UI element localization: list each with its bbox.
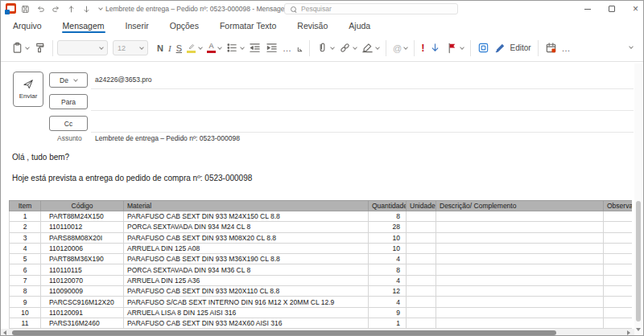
indent-icon [266, 42, 278, 54]
order-table: Item Código Material Quantidade Unidade … [9, 200, 632, 329]
tab-formatar-texto[interactable]: Formatar Texto [219, 17, 277, 35]
to-field[interactable] [91, 110, 634, 111]
format-painter-button[interactable] [31, 39, 48, 58]
cell-material: PARAFUSO CAB SEXT DIN 933 M24X60 AISI 31… [124, 318, 369, 328]
search-input[interactable]: Pesquisar [284, 3, 458, 14]
decrease-indent-button[interactable] [246, 39, 263, 58]
save-button[interactable] [19, 2, 31, 15]
tab-ajuda[interactable]: Ajuda [348, 17, 371, 35]
cell-item: 11 [10, 318, 41, 328]
cc-button[interactable]: Cc [49, 116, 88, 131]
font-color-button[interactable]: A [204, 39, 224, 58]
bullets-button[interactable] [224, 39, 246, 58]
cell-quantidade: 10 [369, 243, 407, 253]
redo-button[interactable] [49, 2, 62, 15]
outdent-icon [249, 42, 261, 54]
high-importance-button[interactable]: ! [419, 39, 427, 58]
flag-icon [446, 42, 458, 54]
low-importance-button[interactable] [427, 39, 444, 58]
more-commands-button[interactable]: … [559, 39, 574, 58]
cell-material: ARRUELA LISA 8 DIN 125 AISI 316 [124, 307, 369, 318]
more-formatting-button[interactable]: … [280, 39, 295, 58]
cell-observacoes [604, 254, 633, 264]
vertical-scrollbar-thumb[interactable] [636, 201, 641, 322]
paragraph-dialog-launcher[interactable] [295, 39, 305, 59]
scroll-left-icon[interactable] [3, 330, 6, 335]
underline-button[interactable]: S [174, 39, 184, 58]
header-item: Item [10, 201, 41, 211]
outlook-app-icon[interactable] [6, 3, 16, 14]
link-icon [339, 42, 351, 54]
cell-item: 6 [10, 264, 41, 275]
font-name-select[interactable] [57, 40, 108, 55]
editor-button[interactable]: Editor [492, 39, 533, 58]
minimize-button[interactable] [576, 1, 599, 17]
chevron-down-icon [460, 45, 465, 50]
tab-inserir[interactable]: Inserir [125, 17, 150, 35]
table-row: 3PARS88M08X20IPARAFUSO CAB SEXT DIN 933 … [10, 232, 633, 243]
cell-quantidade: 4 [369, 297, 407, 307]
move-down-button[interactable] [80, 2, 93, 15]
cell-codigo: 110120006 [41, 243, 124, 253]
vertical-scrollbar[interactable] [634, 64, 642, 335]
follow-up-flag-button[interactable] [444, 39, 466, 58]
from-button[interactable]: De [49, 72, 88, 88]
tab-mensagem[interactable]: Mensagem [62, 17, 105, 35]
table-row: 9PARCSC916M12X20PARAFUSO S/CAB SEXT INTE… [10, 297, 633, 307]
font-color-bar [207, 51, 216, 53]
customize-qat-button[interactable] [93, 2, 105, 15]
cell-unidade [407, 211, 436, 222]
subject-field[interactable]: Lembrete de entrega – Pedido nº: 0523-00… [95, 134, 240, 142]
mention-button[interactable]: @ [390, 39, 410, 58]
cell-unidade [407, 243, 436, 253]
tab-revisao[interactable]: Revisão [296, 17, 328, 35]
scroll-right-icon[interactable] [627, 330, 630, 335]
horizontal-scrollbar-thumb[interactable] [12, 330, 556, 335]
cell-unidade [407, 286, 436, 297]
tab-arquivo[interactable]: Arquivo [12, 17, 43, 35]
chevron-down-icon [198, 45, 203, 50]
collapse-ribbon-button[interactable] [625, 38, 635, 57]
cell-codigo: 110120070 [41, 275, 124, 285]
close-icon: × [633, 4, 638, 14]
paste-button[interactable] [9, 39, 31, 58]
cell-quantidade: 4 [369, 254, 407, 264]
chevron-down-icon [25, 45, 30, 50]
font-size-value: 12 [118, 44, 126, 52]
dialog-launcher-icon [297, 47, 303, 52]
scheduling-poll-button[interactable] [543, 39, 559, 58]
text-highlight-button[interactable] [184, 39, 204, 58]
font-size-select[interactable]: 12 [113, 40, 148, 55]
cell-quantidade: 9 [369, 307, 407, 318]
bold-button[interactable]: N [155, 39, 166, 58]
header-observacoes: Observações [604, 201, 633, 211]
horizontal-scrollbar[interactable] [1, 329, 634, 336]
cell-observacoes [604, 286, 633, 297]
undo-button[interactable] [34, 2, 47, 15]
loop-components-button[interactable] [475, 39, 492, 58]
maximize-button[interactable] [600, 1, 623, 17]
highlighter-icon [187, 43, 196, 50]
clipboard-icon [11, 42, 23, 54]
from-field[interactable] [91, 88, 634, 89]
scroll-down-icon[interactable] [636, 328, 641, 331]
cell-quantidade: 4 [369, 275, 407, 285]
to-button[interactable]: Para [49, 94, 88, 109]
italic-button[interactable]: I [166, 39, 174, 58]
cell-unidade [407, 307, 436, 318]
signature-button[interactable] [359, 39, 382, 58]
tab-opcoes[interactable]: Opções [169, 17, 200, 35]
attach-file-button[interactable] [314, 39, 336, 58]
cc-field[interactable] [91, 132, 634, 133]
send-button[interactable]: Enviar [13, 72, 43, 107]
increase-indent-button[interactable] [263, 39, 280, 58]
cell-material: PARAFUSO CAB SEXT DIN 933 M20X110 CL 8.8 [124, 286, 369, 297]
close-button[interactable]: × [624, 1, 644, 17]
low-importance-icon [429, 42, 441, 54]
titlebar: Lembrete de entrega – Pedido nº: 0523-00… [1, 1, 643, 17]
move-up-button[interactable] [64, 2, 77, 15]
high-importance-icon: ! [421, 42, 424, 54]
insert-link-button[interactable] [336, 39, 359, 58]
cell-quantidade: 8 [369, 264, 407, 275]
table-row: 7110120070ARRUELA DIN 125 A364 [10, 275, 633, 285]
